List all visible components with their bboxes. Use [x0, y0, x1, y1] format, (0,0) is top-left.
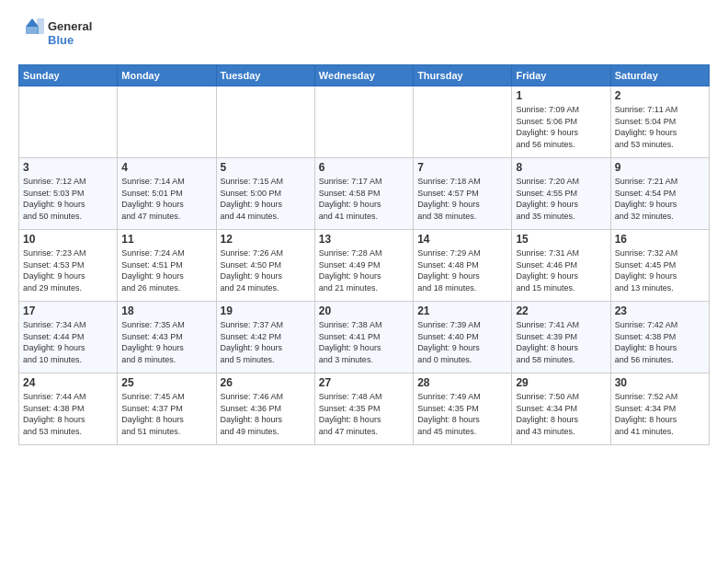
weekday-header-sunday: Sunday	[19, 65, 118, 86]
day-info: Sunrise: 7:42 AM Sunset: 4:38 PM Dayligh…	[615, 319, 705, 365]
day-info: Sunrise: 7:34 AM Sunset: 4:44 PM Dayligh…	[23, 319, 113, 365]
day-info: Sunrise: 7:35 AM Sunset: 4:43 PM Dayligh…	[121, 319, 211, 365]
svg-marker-4	[26, 27, 39, 34]
weekday-header-saturday: Saturday	[610, 65, 709, 86]
day-info: Sunrise: 7:31 AM Sunset: 4:46 PM Dayligh…	[516, 247, 606, 293]
day-number: 28	[417, 376, 507, 389]
day-number: 12	[221, 233, 311, 246]
calendar-cell	[414, 86, 512, 158]
day-number: 30	[615, 376, 705, 389]
calendar-cell: 14Sunrise: 7:29 AM Sunset: 4:48 PM Dayli…	[414, 230, 512, 302]
day-number: 17	[23, 304, 113, 317]
day-number: 29	[516, 376, 606, 389]
day-number: 21	[417, 304, 507, 317]
calendar-cell: 15Sunrise: 7:31 AM Sunset: 4:46 PM Dayli…	[512, 230, 610, 302]
day-number: 18	[121, 304, 211, 317]
day-info: Sunrise: 7:50 AM Sunset: 4:34 PM Dayligh…	[516, 391, 606, 437]
calendar-cell: 29Sunrise: 7:50 AM Sunset: 4:34 PM Dayli…	[512, 373, 610, 445]
day-info: Sunrise: 7:32 AM Sunset: 4:45 PM Dayligh…	[615, 247, 705, 293]
week-row-5: 24Sunrise: 7:44 AM Sunset: 4:38 PM Dayli…	[19, 373, 710, 445]
day-number: 22	[516, 304, 606, 317]
calendar-cell: 30Sunrise: 7:52 AM Sunset: 4:34 PM Dayli…	[610, 373, 709, 445]
calendar-cell	[216, 86, 314, 158]
day-info: Sunrise: 7:21 AM Sunset: 4:54 PM Dayligh…	[615, 176, 705, 222]
day-info: Sunrise: 7:48 AM Sunset: 4:35 PM Dayligh…	[319, 391, 409, 437]
day-info: Sunrise: 7:38 AM Sunset: 4:41 PM Dayligh…	[319, 319, 409, 365]
day-number: 8	[516, 161, 606, 174]
header: General Blue	[18, 14, 710, 55]
calendar-cell: 25Sunrise: 7:45 AM Sunset: 4:37 PM Dayli…	[118, 373, 216, 445]
day-info: Sunrise: 7:12 AM Sunset: 5:03 PM Dayligh…	[23, 176, 113, 222]
day-number: 15	[516, 233, 606, 246]
calendar-cell	[19, 86, 118, 158]
svg-text:Blue: Blue	[48, 33, 74, 47]
calendar-cell: 8Sunrise: 7:20 AM Sunset: 4:55 PM Daylig…	[512, 158, 610, 230]
day-number: 25	[121, 376, 211, 389]
day-info: Sunrise: 7:52 AM Sunset: 4:34 PM Dayligh…	[615, 391, 705, 437]
weekday-header-row: SundayMondayTuesdayWednesdayThursdayFrid…	[19, 65, 710, 86]
day-number: 26	[221, 376, 311, 389]
calendar-cell: 10Sunrise: 7:23 AM Sunset: 4:53 PM Dayli…	[19, 230, 118, 302]
weekday-header-tuesday: Tuesday	[216, 65, 314, 86]
weekday-header-wednesday: Wednesday	[314, 65, 413, 86]
day-info: Sunrise: 7:39 AM Sunset: 4:40 PM Dayligh…	[417, 319, 507, 365]
week-row-3: 10Sunrise: 7:23 AM Sunset: 4:53 PM Dayli…	[19, 230, 710, 302]
calendar-cell: 16Sunrise: 7:32 AM Sunset: 4:45 PM Dayli…	[610, 230, 709, 302]
day-info: Sunrise: 7:28 AM Sunset: 4:49 PM Dayligh…	[319, 247, 409, 293]
day-number: 13	[319, 233, 409, 246]
day-info: Sunrise: 7:45 AM Sunset: 4:37 PM Dayligh…	[121, 391, 211, 437]
day-info: Sunrise: 7:41 AM Sunset: 4:39 PM Dayligh…	[516, 319, 606, 365]
calendar-cell: 17Sunrise: 7:34 AM Sunset: 4:44 PM Dayli…	[19, 302, 118, 373]
calendar-cell: 20Sunrise: 7:38 AM Sunset: 4:41 PM Dayli…	[314, 302, 413, 373]
day-number: 4	[121, 161, 211, 174]
calendar-cell: 28Sunrise: 7:49 AM Sunset: 4:35 PM Dayli…	[414, 373, 512, 445]
calendar-cell	[314, 86, 413, 158]
day-number: 23	[615, 304, 705, 317]
day-info: Sunrise: 7:14 AM Sunset: 5:01 PM Dayligh…	[121, 176, 211, 222]
day-number: 11	[121, 233, 211, 246]
day-number: 10	[23, 233, 113, 246]
day-number: 1	[516, 89, 606, 102]
logo-svg: General Blue	[18, 14, 101, 55]
calendar-cell: 13Sunrise: 7:28 AM Sunset: 4:49 PM Dayli…	[314, 230, 413, 302]
svg-text:General: General	[48, 19, 92, 33]
day-number: 14	[417, 233, 507, 246]
day-number: 7	[417, 161, 507, 174]
calendar-cell: 21Sunrise: 7:39 AM Sunset: 4:40 PM Dayli…	[414, 302, 512, 373]
calendar-cell: 18Sunrise: 7:35 AM Sunset: 4:43 PM Dayli…	[118, 302, 216, 373]
logo: General Blue	[18, 14, 101, 55]
calendar-cell: 19Sunrise: 7:37 AM Sunset: 4:42 PM Dayli…	[216, 302, 314, 373]
calendar-cell: 12Sunrise: 7:26 AM Sunset: 4:50 PM Dayli…	[216, 230, 314, 302]
calendar-cell: 1Sunrise: 7:09 AM Sunset: 5:06 PM Daylig…	[512, 86, 610, 158]
day-info: Sunrise: 7:49 AM Sunset: 4:35 PM Dayligh…	[417, 391, 507, 437]
day-info: Sunrise: 7:46 AM Sunset: 4:36 PM Dayligh…	[221, 391, 311, 437]
day-number: 27	[319, 376, 409, 389]
calendar-cell: 27Sunrise: 7:48 AM Sunset: 4:35 PM Dayli…	[314, 373, 413, 445]
weekday-header-friday: Friday	[512, 65, 610, 86]
day-number: 16	[615, 233, 705, 246]
calendar-cell: 9Sunrise: 7:21 AM Sunset: 4:54 PM Daylig…	[610, 158, 709, 230]
calendar-cell	[118, 86, 216, 158]
day-number: 2	[615, 89, 705, 102]
day-info: Sunrise: 7:18 AM Sunset: 4:57 PM Dayligh…	[417, 176, 507, 222]
svg-marker-3	[26, 18, 39, 27]
calendar-table: SundayMondayTuesdayWednesdayThursdayFrid…	[18, 64, 710, 445]
week-row-4: 17Sunrise: 7:34 AM Sunset: 4:44 PM Dayli…	[19, 302, 710, 373]
calendar-cell: 6Sunrise: 7:17 AM Sunset: 4:58 PM Daylig…	[314, 158, 413, 230]
calendar-cell: 2Sunrise: 7:11 AM Sunset: 5:04 PM Daylig…	[610, 86, 709, 158]
calendar-cell: 7Sunrise: 7:18 AM Sunset: 4:57 PM Daylig…	[414, 158, 512, 230]
day-number: 5	[221, 161, 311, 174]
day-info: Sunrise: 7:11 AM Sunset: 5:04 PM Dayligh…	[615, 104, 705, 150]
weekday-header-monday: Monday	[118, 65, 216, 86]
day-info: Sunrise: 7:23 AM Sunset: 4:53 PM Dayligh…	[23, 247, 113, 293]
calendar-cell: 11Sunrise: 7:24 AM Sunset: 4:51 PM Dayli…	[118, 230, 216, 302]
day-number: 9	[615, 161, 705, 174]
calendar-cell: 4Sunrise: 7:14 AM Sunset: 5:01 PM Daylig…	[118, 158, 216, 230]
day-number: 6	[319, 161, 409, 174]
day-info: Sunrise: 7:44 AM Sunset: 4:38 PM Dayligh…	[23, 391, 113, 437]
calendar-cell: 5Sunrise: 7:15 AM Sunset: 5:00 PM Daylig…	[216, 158, 314, 230]
day-info: Sunrise: 7:26 AM Sunset: 4:50 PM Dayligh…	[221, 247, 311, 293]
day-info: Sunrise: 7:17 AM Sunset: 4:58 PM Dayligh…	[319, 176, 409, 222]
week-row-2: 3Sunrise: 7:12 AM Sunset: 5:03 PM Daylig…	[19, 158, 710, 230]
calendar-cell: 26Sunrise: 7:46 AM Sunset: 4:36 PM Dayli…	[216, 373, 314, 445]
